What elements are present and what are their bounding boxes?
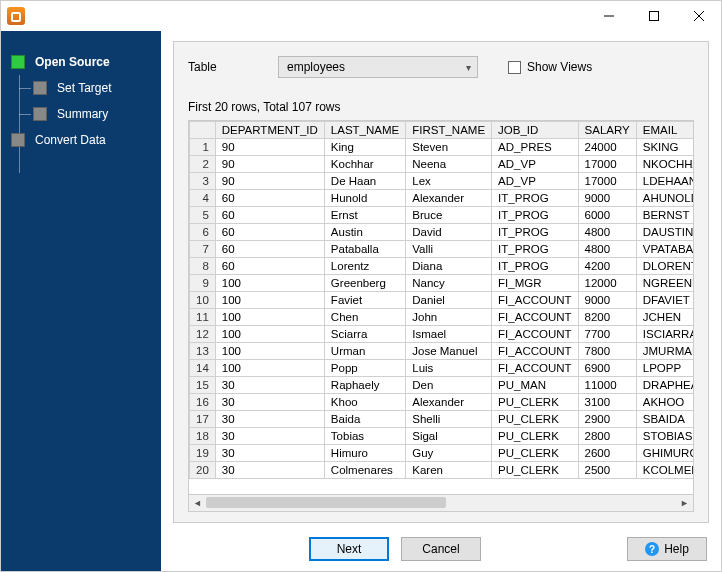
cell: PU_MAN [492,377,578,394]
column-header[interactable]: DEPARTMENT_ID [215,122,324,139]
next-button[interactable]: Next [309,537,389,561]
row-number-cell: 3 [190,173,216,190]
cell: FI_ACCOUNT [492,292,578,309]
table-row[interactable]: 9100GreenbergNancyFI_MGR12000NGREENBE [190,275,695,292]
minimize-button[interactable] [586,1,631,31]
wizard-sidebar: Open SourceSet TargetSummaryConvert Data [1,31,161,571]
row-number-cell: 12 [190,326,216,343]
cell: Popp [324,360,405,377]
row-number-cell: 13 [190,343,216,360]
checkbox-icon [508,61,521,74]
column-header[interactable]: SALARY [578,122,636,139]
show-views-checkbox[interactable]: Show Views [508,60,592,74]
cell: Valli [406,241,492,258]
cell: LDEHAAN [636,173,694,190]
table-row[interactable]: 13100UrmanJose ManuelFI_ACCOUNT7800JMURM… [190,343,695,360]
table-row[interactable]: 1630KhooAlexanderPU_CLERK3100AKHOO [190,394,695,411]
cell: IT_PROG [492,207,578,224]
table-row[interactable]: 760PataballaValliIT_PROG4800VPATABAL [190,241,695,258]
column-header[interactable]: JOB_ID [492,122,578,139]
close-button[interactable] [676,1,721,31]
horizontal-scrollbar[interactable]: ◄ ► [188,495,694,512]
table-row[interactable]: 660AustinDavidIT_PROG4800DAUSTIN [190,224,695,241]
help-button-label: Help [664,542,689,556]
cell: KCOLMENA [636,462,694,479]
step-box-icon [11,133,25,147]
help-button[interactable]: ? Help [627,537,707,561]
table-row[interactable]: 11100ChenJohnFI_ACCOUNT8200JCHEN [190,309,695,326]
cell: Sigal [406,428,492,445]
cell: Alexander [406,394,492,411]
column-header[interactable]: FIRST_NAME [406,122,492,139]
table-row[interactable]: 390De HaanLexAD_VP17000LDEHAAN [190,173,695,190]
cell: JCHEN [636,309,694,326]
cell: Lorentz [324,258,405,275]
table-row[interactable]: 14100PoppLuisFI_ACCOUNT6900LPOPP [190,360,695,377]
cell: 12000 [578,275,636,292]
cell: Himuro [324,445,405,462]
cell: Colmenares [324,462,405,479]
table-row[interactable]: 860LorentzDianaIT_PROG4200DLORENTZ [190,258,695,275]
step-label: Convert Data [35,133,106,147]
cell: FI_ACCOUNT [492,360,578,377]
cell: 30 [215,394,324,411]
main-panel: Table employees ▾ Show Views First 20 ro… [161,31,721,571]
row-number-cell: 2 [190,156,216,173]
table-row[interactable]: 1730BaidaShelliPU_CLERK2900SBAIDA [190,411,695,428]
table-row[interactable]: 1930HimuroGuyPU_CLERK2600GHIMURO [190,445,695,462]
table-row[interactable]: 460HunoldAlexanderIT_PROG9000AHUNOLD [190,190,695,207]
maximize-button[interactable] [631,1,676,31]
cell: Austin [324,224,405,241]
cell: FI_ACCOUNT [492,343,578,360]
cell: 9000 [578,292,636,309]
wizard-step-convert-data[interactable]: Convert Data [11,127,161,153]
row-number-cell: 7 [190,241,216,258]
cell: King [324,139,405,156]
table-row[interactable]: 10100FavietDanielFI_ACCOUNT9000DFAVIET [190,292,695,309]
cell: 9000 [578,190,636,207]
table-row[interactable]: 560ErnstBruceIT_PROG6000BERNST [190,207,695,224]
cell: 30 [215,377,324,394]
cell: 3100 [578,394,636,411]
wizard-step-summary[interactable]: Summary [33,101,161,127]
table-row[interactable]: 2030ColmenaresKarenPU_CLERK2500KCOLMENA [190,462,695,479]
titlebar [1,1,721,31]
column-header[interactable]: LAST_NAME [324,122,405,139]
cell: 4800 [578,241,636,258]
column-header[interactable]: EMAIL [636,122,694,139]
cell: AHUNOLD [636,190,694,207]
table-row[interactable]: 190KingStevenAD_PRES24000SKING [190,139,695,156]
scroll-right-icon[interactable]: ► [676,495,693,511]
help-icon: ? [645,542,659,556]
cell: 2800 [578,428,636,445]
data-table: DEPARTMENT_IDLAST_NAMEFIRST_NAMEJOB_IDSA… [189,121,694,479]
cell: John [406,309,492,326]
cell: Lex [406,173,492,190]
cell: Khoo [324,394,405,411]
cell: 17000 [578,173,636,190]
cell: 100 [215,343,324,360]
cell: 60 [215,241,324,258]
cell: Urman [324,343,405,360]
step-label: Set Target [57,81,111,95]
cancel-button[interactable]: Cancel [401,537,481,561]
data-table-container[interactable]: DEPARTMENT_IDLAST_NAMEFIRST_NAMEJOB_IDSA… [188,120,694,495]
table-row[interactable]: 1530RaphaelyDenPU_MAN11000DRAPHEAL [190,377,695,394]
cell: STOBIAS [636,428,694,445]
scroll-left-icon[interactable]: ◄ [189,495,206,511]
table-row[interactable]: 1830TobiasSigalPU_CLERK2800STOBIAS [190,428,695,445]
scroll-thumb[interactable] [206,497,446,508]
cell: Luis [406,360,492,377]
cell: Den [406,377,492,394]
wizard-step-set-target[interactable]: Set Target [33,75,161,101]
wizard-step-open-source[interactable]: Open Source [11,49,161,75]
step-label: Open Source [35,55,110,69]
cell: Baida [324,411,405,428]
cell: ISCIARRA [636,326,694,343]
step-label: Summary [57,107,108,121]
cell: PU_CLERK [492,394,578,411]
cell: Alexander [406,190,492,207]
table-select[interactable]: employees ▾ [278,56,478,78]
table-row[interactable]: 12100SciarraIsmaelFI_ACCOUNT7700ISCIARRA [190,326,695,343]
table-row[interactable]: 290KochharNeenaAD_VP17000NKOCHHAR [190,156,695,173]
